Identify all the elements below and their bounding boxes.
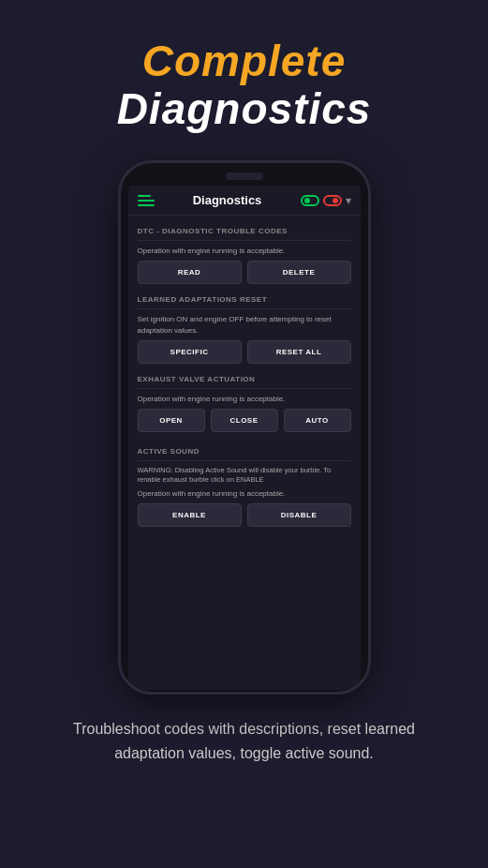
active-sound-label: ACTIVE SOUND [138,447,351,456]
screen-header: Diagnostics ▾ [128,186,361,216]
active-sound-warning: WARNING: Disabling Active Sound will dis… [138,466,351,486]
phone-screen: Diagnostics ▾ DTC - DIAGNOSTIC TROUBLE C… [128,186,361,690]
screen-title: Diagnostics [193,193,262,207]
dtc-section: DTC - DIAGNOSTIC TROUBLE CODES Operation… [138,223,351,286]
dtc-desc: Operation with engine running is accepta… [138,246,351,256]
phone-notch [226,172,263,180]
open-button[interactable]: OPEN [138,409,205,432]
learned-section: LEARNED ADAPTATIONS RESET Set ignition O… [138,292,351,365]
specific-button[interactable]: SPECIFIC [138,340,242,364]
reset-all-button[interactable]: RESET ALL [247,340,351,364]
exhaust-desc: Operation with engine running is accepta… [138,394,351,404]
chevron-down-icon[interactable]: ▾ [346,194,351,207]
active-sound-divider [138,460,351,461]
hamburger-line-3 [138,204,155,206]
exhaust-btn-row: OPEN CLOSE AUTO [138,409,351,432]
connected-icon [301,195,319,206]
phone-mockup: Diagnostics ▾ DTC - DIAGNOSTIC TROUBLE C… [118,160,371,695]
hamburger-line-1 [138,195,151,197]
active-sound-section: ACTIVE SOUND WARNING: Disabling Active S… [138,443,351,529]
title-line2: Diagnostics [117,85,372,133]
auto-button[interactable]: AUTO [284,409,351,432]
screen-content: DTC - DIAGNOSTIC TROUBLE CODES Operation… [128,216,361,690]
active-sound-desc: Operation with engine running is accepta… [138,488,351,499]
enable-button[interactable]: ENABLE [138,503,242,527]
page-background: Complete Diagnostics Diagnostics ▾ [0,0,488,868]
dtc-divider [138,240,351,241]
learned-label: LEARNED ADAPTATIONS RESET [138,295,351,304]
hamburger-line-2 [138,200,155,202]
exhaust-label: EXHAUST VALVE ACTUATION [138,375,351,383]
exhaust-divider [138,388,351,389]
close-button[interactable]: CLOSE [211,409,278,432]
title-section: Complete Diagnostics [117,37,372,132]
dtc-label: DTC - DIAGNOSTIC TROUBLE CODES [138,227,351,235]
header-icons: ▾ [301,194,351,207]
learned-divider [138,308,351,309]
learned-desc: Set ignition ON and engine OFF before at… [138,314,351,335]
exhaust-section: EXHAUST VALVE ACTUATION Operation with e… [138,371,351,434]
hamburger-icon[interactable] [138,195,155,206]
delete-button[interactable]: DELETE [247,261,351,284]
footer-text: Troubleshoot codes with descriptions, re… [0,717,488,765]
disable-button[interactable]: DISABLE [247,503,351,527]
title-line1: Complete [117,37,372,85]
disconnected-icon [323,195,342,206]
active-sound-btn-row: ENABLE DISABLE [138,503,351,527]
learned-btn-row: SPECIFIC RESET ALL [138,340,351,364]
read-button[interactable]: READ [138,261,242,284]
dtc-btn-row: READ DELETE [138,261,351,284]
